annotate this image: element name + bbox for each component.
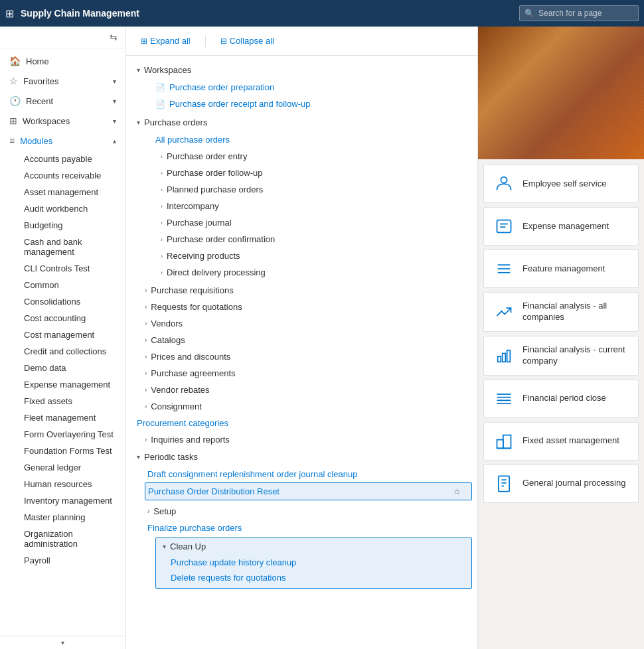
card-fixed-asset-management[interactable]: Fixed asset management bbox=[483, 422, 639, 461]
sidebar-module-cost-accounting[interactable]: Cost accounting bbox=[0, 310, 125, 326]
draft-consignment-link[interactable]: Draft consignment replenishment order jo… bbox=[145, 466, 472, 482]
card-general-journal-processing[interactable]: General journal processing bbox=[483, 465, 639, 503]
sidebar-item-modules[interactable]: ≡ Modules ▴ bbox=[0, 131, 125, 151]
chevron-down-icon: ▾ bbox=[137, 119, 140, 126]
card-financial-analysis-all[interactable]: Financial analysis - all companies bbox=[483, 292, 639, 332]
chevron-right-icon: › bbox=[145, 336, 147, 344]
chevron-right-icon: › bbox=[145, 353, 147, 360]
tree-item-planned-po[interactable]: › Planned purchase orders bbox=[137, 181, 477, 198]
sidebar-item-home[interactable]: 🏠 Home bbox=[0, 51, 125, 71]
tree-item-po-entry[interactable]: › Purchase order entry bbox=[137, 148, 477, 165]
sidebar-module-fixed-assets[interactable]: Fixed assets bbox=[0, 393, 125, 409]
svg-rect-17 bbox=[499, 476, 509, 491]
tree-item-po-followup[interactable]: › Purchase order follow-up bbox=[137, 165, 477, 181]
sidebar-toggle-button[interactable]: ⇆ bbox=[110, 32, 118, 42]
svg-rect-7 bbox=[498, 356, 501, 362]
sidebar-item-recent[interactable]: 🕐 Recent ▾ bbox=[0, 91, 125, 111]
topbar: ⊞ Supply Chain Management 🔍 bbox=[0, 0, 644, 27]
tree-section-catalogs[interactable]: › Catalogs bbox=[126, 332, 477, 348]
card-financial-analysis-current[interactable]: Financial analysis - current company bbox=[483, 336, 639, 376]
card-financial-period-close[interactable]: Financial period close bbox=[483, 380, 639, 418]
sidebar-module-payroll[interactable]: Payroll bbox=[0, 552, 125, 569]
sidebar-module-form-overlayering[interactable]: Form Overlayering Test bbox=[0, 426, 125, 443]
sidebar-module-consolidations[interactable]: Consolidations bbox=[0, 293, 125, 310]
sidebar-module-human-resources[interactable]: Human resources bbox=[0, 476, 125, 492]
tree-section-consignment[interactable]: › Consignment bbox=[126, 398, 477, 415]
card-feature-management[interactable]: Feature management bbox=[483, 250, 639, 288]
tree-section-inquiries[interactable]: › Inquiries and reports bbox=[126, 431, 477, 448]
star-icon[interactable]: ☆ bbox=[453, 487, 461, 496]
bar-chart-icon bbox=[493, 345, 515, 366]
sidebar-module-org-admin[interactable]: Organization administration bbox=[0, 526, 125, 552]
sidebar-module-credit-collections[interactable]: Credit and collections bbox=[0, 343, 125, 360]
sidebar-module-accounts-payable[interactable]: Accounts payable bbox=[0, 151, 125, 167]
draft-consignment-area: Draft consignment replenishment order jo… bbox=[137, 466, 477, 500]
sidebar-item-workspaces[interactable]: ⊞ Workspaces ▾ bbox=[0, 111, 125, 131]
sidebar-module-asset-management[interactable]: Asset management bbox=[0, 184, 125, 200]
periodic-tasks-header[interactable]: ▾ Periodic tasks bbox=[126, 448, 477, 466]
sidebar-module-accounts-receivable[interactable]: Accounts receivable bbox=[0, 167, 125, 184]
workspace-link-po-receipt[interactable]: 📄 Purchase order receipt and follow-up bbox=[137, 96, 477, 112]
sidebar-module-general-ledger[interactable]: General ledger bbox=[0, 459, 125, 476]
cleanup-items: Purchase update history cleanup Delete r… bbox=[156, 555, 471, 588]
card-expense-management[interactable]: Expense management bbox=[483, 207, 639, 246]
sidebar-module-cli-controls[interactable]: CLI Controls Test bbox=[0, 260, 125, 277]
tree-item-receiving-products[interactable]: › Receiving products bbox=[137, 248, 477, 264]
collapse-all-button[interactable]: ⊟ Collapse all bbox=[216, 33, 278, 48]
expand-all-label: Expand all bbox=[150, 36, 191, 46]
tree-section-purchase-requisitions[interactable]: › Purchase requisitions bbox=[126, 282, 477, 299]
tree-item-po-confirmation[interactable]: › Purchase order confirmation bbox=[137, 231, 477, 248]
card-label-fixed-asset-management: Fixed asset management bbox=[523, 435, 619, 447]
finalize-po-link[interactable]: Finalize purchase orders bbox=[137, 520, 477, 536]
card-employee-self-service[interactable]: Employee self service bbox=[483, 165, 639, 203]
expand-all-button[interactable]: ⊞ Expand all bbox=[137, 33, 195, 48]
tree-item-direct-delivery[interactable]: › Direct delivery processing bbox=[137, 264, 477, 281]
sidebar-module-audit-workbench[interactable]: Audit workbench bbox=[0, 200, 125, 217]
search-input[interactable] bbox=[519, 5, 639, 21]
svg-rect-14 bbox=[497, 439, 503, 448]
chevron-right-icon: › bbox=[145, 287, 147, 294]
sidebar-scroll-down[interactable]: ▾ bbox=[0, 636, 125, 649]
tree-section-prices-discounts[interactable]: › Prices and discounts bbox=[126, 348, 477, 365]
sidebar-module-foundation-forms[interactable]: Foundation Forms Test bbox=[0, 443, 125, 459]
sidebar-nav: 🏠 Home ☆ Favorites ▾ 🕐 Recent ▾ bbox=[0, 48, 125, 636]
sidebar-item-favorites[interactable]: ☆ Favorites ▾ bbox=[0, 71, 125, 91]
tree-section-purchase-orders: ▾ Purchase orders All purchase orders › … bbox=[126, 113, 477, 281]
tree-section-setup[interactable]: › Setup bbox=[137, 503, 477, 520]
tree-item-intercompany[interactable]: › Intercompany bbox=[137, 198, 477, 214]
sidebar-module-master-planning[interactable]: Master planning bbox=[0, 509, 125, 526]
workspace-items: 📄 Purchase order preparation 📄 Purchase … bbox=[126, 79, 477, 112]
tree-item-purchase-journal[interactable]: › Purchase journal bbox=[137, 214, 477, 231]
tree-section-vendor-rebates[interactable]: › Vendor rebates bbox=[126, 382, 477, 398]
all-purchase-orders-link[interactable]: All purchase orders bbox=[137, 131, 477, 148]
tree-section-vendors[interactable]: › Vendors bbox=[126, 315, 477, 332]
chart-up-icon bbox=[493, 301, 515, 323]
purchase-orders-header[interactable]: ▾ Purchase orders bbox=[126, 113, 477, 131]
sidebar-module-cash-bank[interactable]: Cash and bank management bbox=[0, 234, 125, 260]
sidebar-module-expense-management[interactable]: Expense management bbox=[0, 376, 125, 393]
po-distribution-reset-link[interactable]: Purchase Order Distribution Reset ☆ bbox=[145, 482, 472, 500]
purchase-history-cleanup-link[interactable]: Purchase update history cleanup bbox=[164, 555, 471, 570]
tree-section-rfq[interactable]: › Requests for quotations bbox=[126, 299, 477, 315]
workspaces-section-header[interactable]: ▾ Workspaces bbox=[126, 61, 477, 79]
chevron-right-icon: › bbox=[161, 220, 163, 226]
sidebar-module-fleet-management[interactable]: Fleet management bbox=[0, 409, 125, 426]
modules-icon: ≡ bbox=[9, 135, 15, 146]
sidebar-module-budgeting[interactable]: Budgeting bbox=[0, 217, 125, 234]
sidebar-module-inventory-management[interactable]: Inventory management bbox=[0, 492, 125, 509]
home-icon: 🏠 bbox=[9, 56, 21, 66]
card-label-financial-analysis-all: Financial analysis - all companies bbox=[523, 301, 629, 323]
sidebar-module-cost-management[interactable]: Cost management bbox=[0, 326, 125, 343]
building-icon bbox=[493, 431, 515, 452]
collapse-all-label: Collapse all bbox=[230, 36, 274, 46]
tree-section-purchase-agreements[interactable]: › Purchase agreements bbox=[126, 365, 477, 382]
chevron-up-icon: ▴ bbox=[113, 137, 116, 145]
sidebar-module-common[interactable]: Common bbox=[0, 277, 125, 293]
sidebar-toggle-area: ⇆ bbox=[0, 27, 125, 48]
procurement-categories-link[interactable]: Procurement categories bbox=[126, 415, 477, 431]
delete-rfq-link[interactable]: Delete requests for quotations bbox=[164, 570, 471, 585]
workspace-link-po-preparation[interactable]: 📄 Purchase order preparation bbox=[137, 79, 477, 96]
sidebar-module-demo-data[interactable]: Demo data bbox=[0, 360, 125, 376]
grid-icon[interactable]: ⊞ bbox=[5, 7, 14, 20]
cleanup-header[interactable]: ▾ Clean Up bbox=[156, 538, 471, 555]
